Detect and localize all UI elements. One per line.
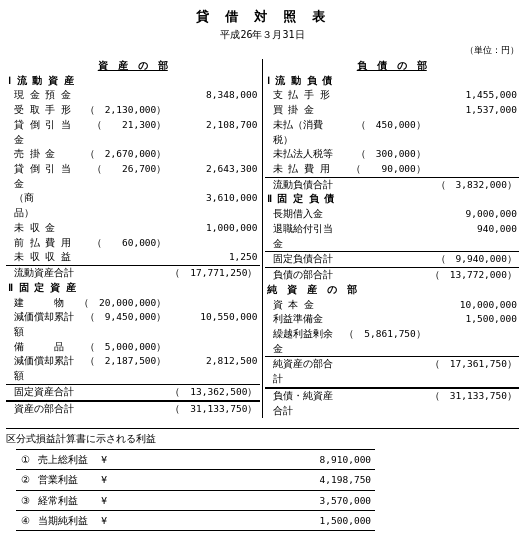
summary-label-2: 営業利益	[34, 470, 94, 490]
main-title: 貸 借 対 照 表	[6, 8, 519, 26]
prepaid-paren: （ 60,000）	[77, 236, 168, 251]
unpaid-tax-paren: （ 450,000）	[342, 118, 427, 147]
summary-label-1: 売上総利益	[34, 450, 94, 470]
summary-num-4: ④	[16, 510, 34, 530]
merchandise-label: （商 品）	[6, 191, 77, 220]
accounts-payable-paren	[342, 103, 427, 118]
retirement-reserve-label: 退職給付引当金	[265, 222, 343, 252]
total-liab-net-label: 負債・純資産合計	[265, 388, 343, 418]
summary-amount-2: 4,198,750	[114, 470, 375, 490]
receivable-amt	[168, 103, 259, 118]
list-item: ③ 経常利益 ¥ 3,570,000	[16, 490, 375, 510]
uncollected-amt: 1,000,000	[168, 221, 259, 236]
bad-debt2-amt: 2,643,300	[168, 162, 259, 191]
total-assets-label: 資産の部合計	[6, 401, 77, 417]
merchandise-paren	[77, 191, 168, 220]
current-assets-total-paren	[77, 266, 168, 281]
accounts-recv-label: 売 掛 金	[6, 147, 77, 162]
list-item: ① 売上総利益 ¥ 8,910,000	[16, 450, 375, 470]
uncollected-paren	[77, 221, 168, 236]
current-liab-total-label: 流動負債合計	[265, 177, 343, 192]
summary-num-2: ②	[16, 470, 34, 490]
current-liab-cat: Ⅰ 流 動 負 債	[265, 74, 520, 89]
assets-header: 資 産 の 部	[6, 59, 260, 74]
fixed-assets-total-paren	[77, 384, 168, 400]
bad-debt2-paren: （ 26,700）	[77, 162, 168, 191]
long-term-loan-amt: 9,000,000	[428, 207, 519, 222]
summary-section: 区分式損益計算書に示される利益 ① 売上総利益 ¥ 8,910,000 ② 営業…	[6, 428, 519, 531]
unit-label: （単位：円）	[6, 44, 519, 57]
accrued-exp-label: 未 払 費 用	[265, 162, 343, 177]
unpaid-corp-tax-paren: （ 300,000）	[342, 147, 427, 162]
capital-amt: 10,000,000	[428, 298, 519, 313]
summary-amount-1: 8,910,000	[114, 450, 375, 470]
summary-amount-4: 1,500,000	[114, 510, 375, 530]
long-term-loan-label: 長期借入金	[265, 207, 343, 222]
accrued-income-amt: 1,250	[168, 250, 259, 265]
total-assets-paren	[77, 401, 168, 417]
current-liab-total-amt: （ 3,832,000）	[428, 177, 519, 192]
prepaid-amt	[168, 236, 259, 251]
accounts-recv-paren: （ 2,670,000）	[77, 147, 168, 162]
capital-label: 資 本 金	[265, 298, 343, 313]
notes-payable-paren	[342, 88, 427, 103]
retained-earnings-label: 繰越利益剰余金	[265, 327, 343, 357]
depr-building-label: 減価償却累計額	[6, 310, 77, 339]
fixed-assets-cat: Ⅱ 固 定 資 産	[6, 281, 260, 296]
unpaid-corp-tax-label: 未払法人税等	[265, 147, 343, 162]
notes-payable-label: 支 払 手 形	[265, 88, 343, 103]
retained-earnings-amt	[428, 327, 519, 357]
fixed-assets-total-amt: （ 13,362,500）	[168, 384, 259, 400]
legal-reserve-amt: 1,500,000	[428, 312, 519, 327]
notes-payable-amt: 1,455,000	[428, 88, 519, 103]
sub-title: 平成26年３月31日	[6, 28, 519, 42]
equipment-label: 備 品	[6, 340, 77, 355]
depr-building-amt: 10,550,000	[168, 310, 259, 339]
total-liab-amt: （ 13,772,000）	[428, 268, 519, 283]
current-assets-total-label: 流動資産合計	[6, 266, 77, 281]
list-item: ② 営業利益 ¥ 4,198,750	[16, 470, 375, 490]
retirement-reserve-paren	[342, 222, 427, 252]
accrued-income-paren	[77, 250, 168, 265]
cash-amt: 8,348,000	[168, 88, 259, 103]
total-liab-paren	[342, 268, 427, 283]
total-liab-label: 負債の部合計	[265, 268, 343, 283]
building-amt	[168, 296, 259, 311]
total-liab-net-paren	[342, 388, 427, 418]
bad-debt1-label: 貸 倒 引 当 金	[6, 118, 77, 147]
unpaid-tax-amt	[428, 118, 519, 147]
accrued-exp-paren: （ 90,000）	[342, 162, 427, 177]
depr-equipment-amt: 2,812,500	[168, 354, 259, 384]
bad-debt1-amt: 2,108,700	[168, 118, 259, 147]
prepaid-label: 前 払 費 用	[6, 236, 77, 251]
summary-label-4: 当期純利益	[34, 510, 94, 530]
list-item: ④ 当期純利益 ¥ 1,500,000	[16, 510, 375, 530]
fixed-liab-total-paren	[342, 252, 427, 268]
current-assets-total-amt: （ 17,771,250）	[168, 266, 259, 281]
legal-reserve-label: 利益準備金	[265, 312, 343, 327]
unpaid-tax-label: 未払（消費税）	[265, 118, 343, 147]
summary-num-3: ③	[16, 490, 34, 510]
summary-yen-3: ¥	[94, 490, 114, 510]
total-liab-net-amt: （ 31,133,750）	[428, 388, 519, 418]
building-paren: （ 20,000,000）	[77, 296, 168, 311]
capital-paren	[342, 298, 427, 313]
equipment-paren: （ 5,000,000）	[77, 340, 168, 355]
retirement-reserve-amt: 940,000	[428, 222, 519, 252]
summary-label-3: 経常利益	[34, 490, 94, 510]
accrued-exp-amt	[428, 162, 519, 177]
depr-equipment-label: 減価償却累計額	[6, 354, 77, 384]
building-label: 建 物	[6, 296, 77, 311]
accounts-payable-amt: 1,537,000	[428, 103, 519, 118]
liabilities-section: 負 債 の 部 Ⅰ 流 動 負 債 支 払 手 形1,455,000 買 掛 金…	[263, 59, 520, 418]
receivable-label: 受 取 手 形	[6, 103, 77, 118]
liabilities-header: 負 債 の 部	[265, 59, 520, 74]
depr-building-paren: （ 9,450,000）	[77, 310, 168, 339]
summary-yen-1: ¥	[94, 450, 114, 470]
summary-amount-3: 3,570,000	[114, 490, 375, 510]
assets-section: 資 産 の 部 Ⅰ 流 動 資 産 現 金 預 金8,348,000 受 取 手…	[6, 59, 263, 418]
legal-reserve-paren	[342, 312, 427, 327]
fixed-liab-total-label: 固定負債合計	[265, 252, 343, 268]
long-term-loan-paren	[342, 207, 427, 222]
net-assets-total-label: 純資産の部合計	[265, 357, 343, 388]
